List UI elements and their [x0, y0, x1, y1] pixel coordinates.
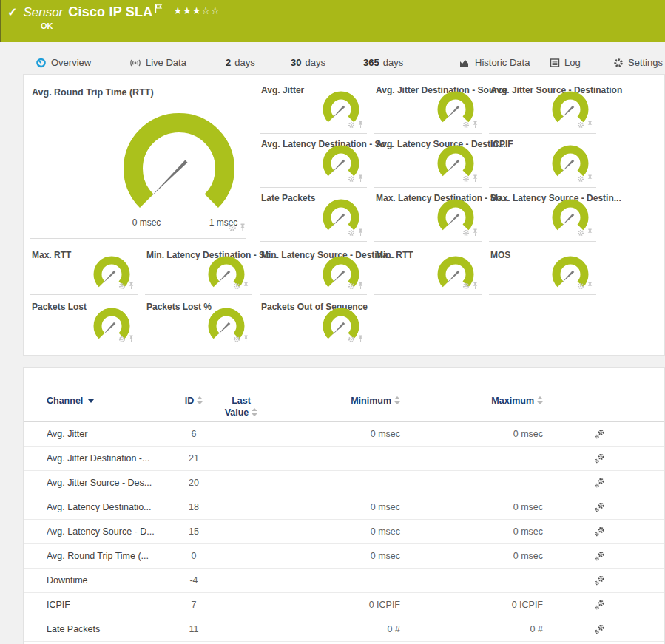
- chart-icon: [459, 58, 470, 68]
- gauge-pin-icon[interactable]: [472, 172, 479, 186]
- tab-days[interactable]: 2 days: [221, 53, 255, 72]
- gauge-settings-gear-icon[interactable]: [577, 118, 584, 132]
- sort-arrows-icon: [537, 396, 543, 404]
- gauge-settings-gear-icon[interactable]: [348, 279, 355, 293]
- tab-live-data[interactable]: Live Data: [129, 53, 186, 72]
- gauge-pin-icon[interactable]: [357, 226, 364, 240]
- channel-settings-gears-icon[interactable]: [595, 624, 605, 637]
- gauge-settings-gear-icon[interactable]: [462, 118, 470, 132]
- gauge-tile-max-latency-destination-so: Max. Latency Destination - So...: [374, 191, 482, 242]
- gauge-settings-gear-icon[interactable]: [577, 279, 584, 293]
- gauge-title: Avg. Round Trip Time (RTT): [32, 87, 154, 98]
- sort-caret-icon: [88, 399, 94, 403]
- gauge-pin-icon[interactable]: [128, 279, 135, 293]
- channel-table-row: Downtime -4: [24, 569, 664, 593]
- channel-settings-gears-icon[interactable]: [595, 551, 605, 564]
- tab-days[interactable]: 30 days: [286, 53, 325, 72]
- channel-id: 15: [149, 526, 238, 538]
- tab-log[interactable]: Log: [550, 53, 581, 72]
- gauge-settings-gear-icon[interactable]: [233, 333, 240, 346]
- channels-table-panel: Channel ID Last Value Minimum Maximum Av…: [23, 367, 665, 644]
- gauge-pin-icon[interactable]: [472, 226, 479, 240]
- flag-icon[interactable]: [155, 3, 163, 16]
- gauge-title: Avg. Jitter: [261, 85, 304, 95]
- gauge-settings-gear-icon[interactable]: [348, 333, 355, 346]
- column-header-channel[interactable]: Channel: [47, 395, 94, 407]
- channel-settings-gears-icon[interactable]: [595, 600, 605, 613]
- gauge-pin-icon[interactable]: [587, 279, 593, 293]
- tab-historic-data[interactable]: Historic Data: [459, 53, 530, 72]
- gauge-settings-gear-icon[interactable]: [228, 222, 237, 235]
- gauge-title: Min. RTT: [376, 250, 413, 260]
- gauge-tile-min-latency-source-destina: Min. Latency Source - Destina...: [260, 248, 367, 295]
- gauge-tile-avg-latency-destination-so: Avg. Latency Destination - So...: [260, 138, 367, 188]
- channel-settings-gears-icon[interactable]: [595, 429, 605, 442]
- gauge-title: MOS: [490, 250, 510, 260]
- tab-label: Historic Data: [475, 57, 530, 68]
- tab-bar: Overview Live Data 2 days 30 days 365 da…: [0, 42, 665, 74]
- column-header-minimum[interactable]: Minimum: [252, 395, 400, 407]
- gauge-pin-icon[interactable]: [357, 118, 364, 132]
- channel-table-row: Avg. Latency Source - D... 15 0 msec 0 m…: [24, 520, 664, 544]
- channel-settings-gears-icon[interactable]: [595, 575, 605, 589]
- gauge-settings-gear-icon[interactable]: [577, 226, 584, 240]
- gauge-pin-icon[interactable]: [357, 172, 364, 186]
- gauge-settings-gear-icon[interactable]: [462, 172, 470, 186]
- priority-stars[interactable]: ★★★☆☆: [173, 5, 220, 16]
- gauge-pin-icon[interactable]: [472, 279, 479, 293]
- gauge-pin-icon[interactable]: [243, 279, 249, 293]
- tab-label: Live Data: [146, 57, 186, 68]
- tab-settings[interactable]: Settings: [613, 53, 663, 72]
- gauge-settings-gear-icon[interactable]: [577, 172, 584, 186]
- tab-label: days: [305, 57, 325, 68]
- gauge-settings-gear-icon[interactable]: [462, 226, 470, 240]
- gauge-settings-gear-icon[interactable]: [348, 118, 355, 132]
- gauge-pin-icon[interactable]: [128, 333, 135, 346]
- log-icon: [550, 58, 560, 68]
- tab-label: days: [234, 57, 254, 68]
- gauge-settings-gear-icon[interactable]: [118, 279, 126, 293]
- status-check-icon: ✓: [7, 5, 17, 19]
- gauge-tile-mos: MOS: [489, 248, 596, 295]
- gauge-settings-gear-icon[interactable]: [348, 172, 355, 186]
- sensor-status-badge: OK: [41, 21, 53, 30]
- gauge-pin-icon[interactable]: [587, 226, 593, 240]
- channel-id: 11: [149, 624, 238, 635]
- gauge-tile-packets-out-of-sequence: Packets Out of Sequence: [260, 300, 367, 348]
- gauge-tile-avg-jitter-destination-source: Avg. Jitter Destination - Source: [374, 84, 482, 134]
- gauge-tile-max-latency-source-destin: Max. Latency Source - Destin...: [489, 191, 596, 242]
- gauges-panel: Avg. Round Trip Time (RTT) 0 msec 1 msec…: [23, 74, 665, 356]
- gauge-title: Packets Lost: [32, 302, 87, 312]
- gauge-pin-icon[interactable]: [472, 118, 479, 132]
- gauge-pin-icon[interactable]: [357, 279, 364, 293]
- channel-id: 18: [149, 502, 238, 513]
- gauge-tile-avg-latency-source-destin: Avg. Latency Source - Destin...: [374, 138, 482, 188]
- tab-days[interactable]: 365 days: [359, 53, 403, 72]
- gauge-settings-gear-icon[interactable]: [462, 279, 470, 293]
- channel-settings-gears-icon[interactable]: [595, 453, 605, 467]
- table-header-row: Channel ID Last Value Minimum Maximum: [24, 393, 664, 422]
- rtt-gauge: [109, 106, 249, 235]
- gauge-settings-gear-icon[interactable]: [348, 226, 355, 240]
- channel-settings-gears-icon[interactable]: [595, 526, 605, 540]
- live-icon: [129, 58, 141, 68]
- tab-label: days: [383, 57, 403, 68]
- gauge-tile-avg-rtt: Avg. Round Trip Time (RTT) 0 msec 1 msec: [30, 84, 246, 239]
- gauge-tile-icpif: ICPIF: [489, 138, 596, 188]
- channel-maximum: 0 msec: [395, 551, 543, 562]
- gauge-pin-icon[interactable]: [587, 118, 593, 132]
- gauge-settings-gear-icon[interactable]: [118, 333, 126, 346]
- channel-maximum: 0 msec: [395, 502, 543, 513]
- gauge-pin-icon[interactable]: [239, 222, 246, 235]
- channel-minimum: 0 #: [252, 624, 400, 635]
- gauge-settings-gear-icon[interactable]: [233, 279, 240, 293]
- channel-table-row: Late Packets 11 0 # 0 #: [24, 617, 664, 642]
- channel-settings-gears-icon[interactable]: [595, 502, 605, 515]
- column-header-maximum[interactable]: Maximum: [395, 395, 543, 407]
- gauge-pin-icon[interactable]: [243, 333, 249, 346]
- gauge-pin-icon[interactable]: [587, 172, 593, 186]
- gauge-pin-icon[interactable]: [357, 333, 364, 346]
- channel-settings-gears-icon[interactable]: [595, 478, 605, 491]
- tab-overview[interactable]: Overview: [36, 53, 91, 72]
- channel-id: 21: [149, 453, 238, 464]
